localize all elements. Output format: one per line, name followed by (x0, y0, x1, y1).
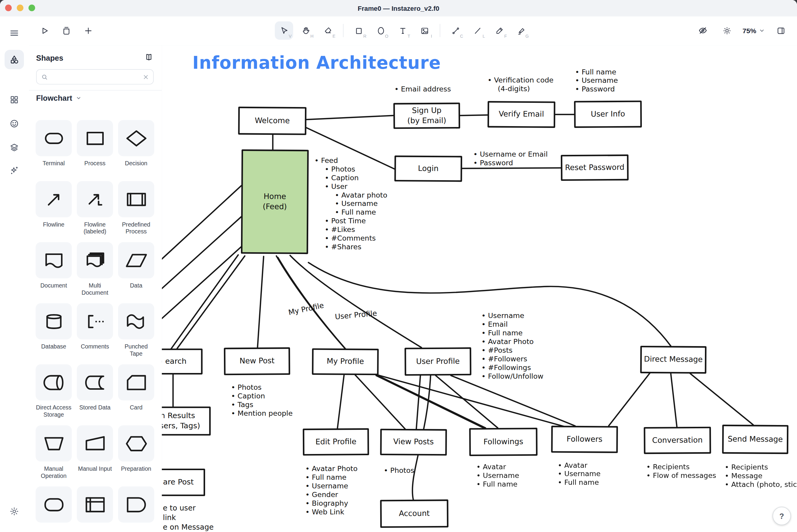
maximize-button[interactable] (29, 4, 35, 11)
hide-ui-button[interactable] (694, 21, 712, 40)
tool-hand[interactable]: H (297, 21, 315, 40)
box-user-info[interactable]: User Info (574, 100, 642, 128)
play-icon (39, 26, 49, 35)
annotation-feed: • Feed• Photos• Caption• User• Avatar ph… (315, 156, 387, 251)
shape-punched-tape[interactable]: Punched Tape (118, 303, 154, 357)
annotation-conversation: • Recipients• Flow of messages (646, 463, 716, 480)
layers-icon (9, 142, 19, 153)
theme-button[interactable] (718, 21, 736, 40)
line-icon (473, 26, 482, 35)
shape-internal-storage[interactable] (77, 487, 113, 532)
box-user-profile[interactable]: User Profile (404, 347, 471, 376)
shape-flowline-labeled[interactable]: Flowline (labeled) (77, 181, 113, 235)
shape-multi-document[interactable]: Multi Document (77, 242, 113, 296)
shape-decision[interactable]: Decision (118, 120, 154, 174)
tool-oval[interactable]: O (372, 21, 390, 40)
shape-terminal[interactable]: Terminal (36, 120, 72, 174)
clear-search-icon[interactable] (143, 74, 149, 80)
book-icon (144, 52, 154, 62)
shape-manual-input[interactable]: Manual Input (77, 425, 113, 479)
sidebar-item-shapes[interactable] (4, 50, 24, 69)
menu-button[interactable] (4, 23, 24, 43)
box-new-post[interactable]: New Post (224, 347, 290, 375)
minimize-button[interactable] (17, 4, 23, 11)
hand-icon (301, 26, 310, 35)
sparkles-icon (9, 165, 19, 175)
tool-rectangle[interactable]: R (350, 21, 368, 40)
tool-eraser[interactable]: E (319, 21, 337, 40)
toolbar: V H E R O T (29, 16, 797, 46)
shape-database[interactable]: Database (36, 303, 72, 357)
tool-select[interactable]: V (275, 21, 293, 40)
right-panel-toggle[interactable] (772, 21, 790, 40)
tool-image[interactable]: I (415, 21, 434, 40)
box-edit-profile[interactable]: Edit Profile (303, 428, 369, 456)
box-share-post[interactable]: are Post (162, 469, 205, 496)
box-direct-message[interactable]: Direct Message (640, 346, 706, 374)
tool-connector[interactable]: C (446, 21, 464, 40)
canvas[interactable]: Information Architecture Welcome Sign Up… (162, 45, 797, 532)
settings-button[interactable] (4, 502, 24, 521)
sidebar-item-templates[interactable] (4, 90, 24, 109)
shape-direct-access-storage[interactable]: Direct Access Storage (36, 364, 72, 418)
shape-search[interactable] (36, 69, 154, 84)
box-login[interactable]: Login (394, 155, 462, 182)
box-view-posts[interactable]: View Posts (380, 429, 447, 455)
shapes-panel: Shapes Flowchart Terminal Process Decisi… (29, 45, 162, 532)
annotation-share-note: e to userlinke on Message (163, 503, 214, 532)
shape-data[interactable]: Data (118, 242, 154, 296)
box-conversation[interactable]: Conversation (644, 427, 711, 454)
tool-highlighter[interactable]: G (512, 21, 530, 40)
shape-comments[interactable]: Comments (77, 303, 113, 357)
box-search[interactable]: earch (162, 348, 203, 375)
box-reset-password[interactable]: Reset Password (561, 154, 629, 181)
frame-button[interactable] (57, 21, 75, 40)
tool-line[interactable]: L (468, 21, 487, 40)
shape-document[interactable]: Document (36, 242, 72, 296)
shape-manual-operation[interactable]: Manual Operation (36, 425, 72, 479)
shape-grid: Terminal Process Decision Flowline Flowl… (36, 120, 156, 532)
library-button[interactable] (144, 52, 154, 62)
annotation-edit-profile: • Avatar Photo• Full name• Username• Gen… (305, 464, 358, 516)
annotation-new-post: • Photos• Caption• Tags• Mention people (231, 383, 293, 418)
annotation-user-info: • Full name• Username• Password (575, 68, 618, 94)
shape-preparation[interactable]: Preparation (118, 425, 154, 479)
box-sign-up[interactable]: Sign Up (by Email) (394, 102, 460, 129)
shape-process[interactable]: Process (77, 120, 113, 174)
panel-title: Shapes (36, 54, 63, 62)
play-button[interactable] (35, 21, 53, 40)
annotation-view-posts: • Photos (384, 466, 414, 475)
box-send-message[interactable]: Send Message (722, 425, 788, 454)
text-icon (398, 26, 407, 35)
shape-delay[interactable] (118, 487, 154, 532)
eraser-icon (323, 26, 333, 35)
box-followings[interactable]: Followings (469, 428, 537, 456)
box-followers[interactable]: Followers (551, 425, 618, 453)
help-button[interactable]: ? (773, 507, 791, 525)
shape-predefined-process[interactable]: Predefined Process (118, 181, 154, 235)
sidebar-item-layers[interactable] (4, 138, 24, 157)
shape-stored-data[interactable]: Stored Data (77, 364, 113, 418)
shape-flowline[interactable]: Flowline (36, 181, 72, 235)
zoom-control[interactable]: 75% (743, 26, 765, 34)
plus-icon (83, 26, 93, 35)
search-input[interactable] (52, 73, 139, 81)
tool-freehand[interactable]: F (490, 21, 508, 40)
box-search-results[interactable]: ch Results (Users, Tags) (162, 406, 210, 435)
app-window: Frame0 — Instazero_v2.f0 (0, 0, 797, 532)
add-button[interactable] (79, 21, 97, 40)
box-verify-email[interactable]: Verify Email (488, 101, 555, 128)
sidebar-item-ai[interactable] (4, 161, 24, 180)
close-button[interactable] (5, 4, 12, 11)
box-welcome[interactable]: Welcome (238, 107, 306, 135)
box-my-profile[interactable]: My Profile (312, 348, 379, 375)
box-home-feed[interactable]: Home (Feed) (241, 149, 309, 254)
sidebar-item-emoji[interactable] (4, 114, 24, 133)
category-dropdown[interactable]: Flowchart (36, 94, 82, 102)
shape-card[interactable]: Card (118, 364, 154, 418)
box-account[interactable]: Account (380, 499, 449, 528)
search-icon (41, 73, 49, 81)
title-bar: Frame0 — Instazero_v2.f0 (0, 0, 797, 17)
tool-text[interactable]: T (394, 21, 412, 40)
shape-alternate-process[interactable] (36, 487, 72, 532)
